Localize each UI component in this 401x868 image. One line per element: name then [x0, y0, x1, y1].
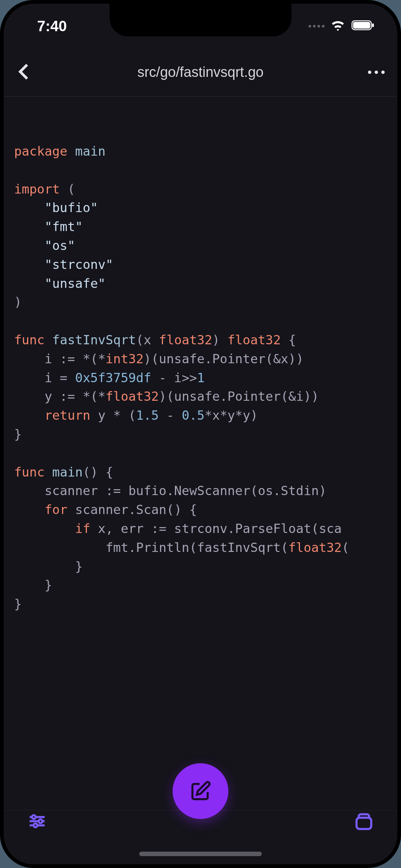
code-token: [14, 408, 45, 423]
code-token: [45, 332, 52, 347]
chevron-left-icon: [14, 61, 35, 82]
svg-rect-9: [356, 818, 371, 829]
settings-button[interactable]: [26, 810, 48, 832]
code-token: )(unsafe.Pointer(&i)): [159, 389, 319, 404]
dot-icon: [381, 71, 385, 74]
code-token: (x: [136, 332, 159, 347]
compose-icon: [190, 780, 211, 802]
navigation-bar: src/go/fastinvsqrt.go: [4, 48, 397, 97]
code-token: "unsafe": [45, 276, 105, 291]
code-token: scanner.Scan() {: [68, 502, 197, 517]
code-token: [14, 200, 45, 215]
code-token: x, err := strconv.ParseFloat(sca: [90, 521, 342, 536]
code-token: (: [60, 182, 75, 196]
sliders-icon: [27, 811, 47, 831]
code-token: main: [52, 465, 83, 479]
code-token: y * (: [90, 408, 136, 423]
file-stack-icon: [353, 811, 374, 832]
code-token: func: [14, 465, 45, 479]
cellular-dots-icon: [309, 25, 325, 27]
edit-fab-button[interactable]: [173, 763, 228, 819]
code-token: "bufio": [45, 200, 98, 215]
code-token: [14, 521, 75, 536]
code-token: *x*y*y): [205, 408, 258, 423]
status-indicators: [309, 17, 375, 35]
bottom-toolbar: [4, 790, 397, 864]
code-token: [68, 144, 75, 159]
code-token: }: [14, 578, 52, 592]
code-token: "fmt": [45, 219, 83, 234]
code-token: () {: [83, 465, 113, 479]
code-token: }: [14, 559, 83, 574]
code-token: "strconv": [45, 257, 113, 272]
dot-icon: [368, 71, 371, 74]
svg-rect-2: [372, 23, 374, 27]
back-button[interactable]: [14, 61, 35, 84]
code-token: [14, 257, 45, 272]
code-token: 0.5: [182, 408, 205, 423]
code-token: scanner := bufio.NewScanner(os.Stdin): [14, 483, 326, 498]
code-token: -: [159, 408, 182, 423]
wifi-icon: [330, 17, 346, 35]
code-token: }: [14, 596, 22, 611]
code-token: ): [14, 295, 22, 309]
code-token: float32: [288, 540, 342, 555]
files-button[interactable]: [353, 810, 375, 832]
code-token: "os": [45, 238, 75, 253]
code-token: 0x5f3759df: [75, 370, 151, 385]
svg-point-7: [39, 819, 42, 823]
dot-icon: [375, 71, 378, 74]
svg-point-6: [32, 815, 36, 819]
code-token: ): [212, 332, 227, 347]
code-token: 1: [197, 370, 205, 385]
code-token: fastInvSqrt: [52, 332, 136, 347]
code-token: 1.5: [136, 408, 159, 423]
code-token: [45, 465, 52, 479]
code-token: )(unsafe.Pointer(&x)): [144, 351, 304, 366]
code-token: [14, 276, 45, 291]
svg-point-8: [34, 823, 38, 827]
code-token: (: [342, 540, 349, 555]
device-notch: [110, 3, 291, 36]
more-options-button[interactable]: [366, 71, 387, 74]
code-token: main: [75, 144, 105, 159]
code-token: {: [281, 332, 296, 347]
status-time: 7:40: [37, 18, 67, 35]
code-token: for: [45, 502, 68, 517]
code-token: - i>>: [151, 370, 197, 385]
code-token: fmt.Println(fastInvSqrt(: [14, 540, 288, 555]
code-token: [14, 238, 45, 253]
code-token: [14, 502, 45, 517]
code-token: return: [45, 408, 90, 423]
code-token: if: [75, 521, 90, 536]
code-token: float32: [105, 389, 159, 404]
device-frame: 7:40 src/go/fastinvsqrt.go package main …: [0, 0, 401, 868]
home-indicator[interactable]: [139, 852, 262, 856]
battery-icon: [351, 19, 375, 33]
code-token: float32: [228, 332, 281, 347]
code-token: i := *(*: [14, 351, 105, 366]
code-token: float32: [159, 332, 212, 347]
svg-rect-1: [353, 22, 370, 29]
file-path-title: src/go/fastinvsqrt.go: [137, 64, 264, 80]
code-token: i =: [14, 370, 75, 385]
code-token: import: [14, 182, 60, 196]
code-token: int32: [105, 351, 144, 366]
code-token: y := *(*: [14, 389, 105, 404]
code-token: }: [14, 427, 22, 442]
code-editor-content[interactable]: package main import ( "bufio" "fmt" "os"…: [4, 97, 397, 790]
code-token: func: [14, 332, 45, 347]
code-token: [14, 219, 45, 234]
code-token: package: [14, 144, 68, 159]
